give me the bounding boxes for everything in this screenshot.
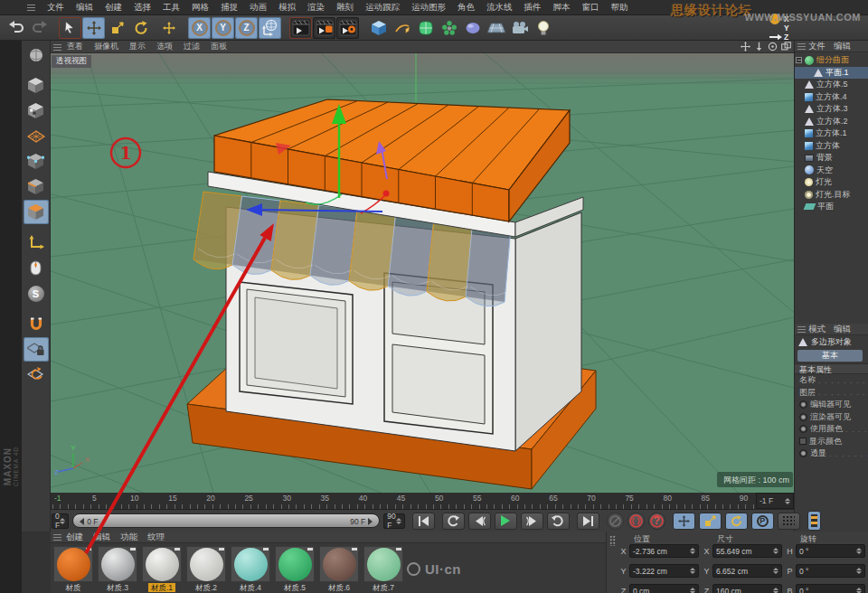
object-平面[interactable]: 平面 (795, 201, 868, 213)
material-材质.4[interactable]: 材质.4 (231, 546, 270, 592)
material-材质.5[interactable]: 材质.5 (275, 546, 315, 592)
menu-雕刻[interactable]: 雕刻 (336, 2, 354, 14)
keyframe-selection-icon[interactable] (807, 511, 821, 531)
lock-z-axis-icon[interactable]: Z (235, 17, 258, 39)
material-menu-功能[interactable]: 功能 (120, 532, 137, 543)
lock-y-axis-icon[interactable]: Y (212, 17, 234, 39)
radio-icon[interactable] (799, 400, 807, 409)
material-材质.2[interactable]: 材质.2 (186, 546, 226, 592)
coord-stepper[interactable] (773, 548, 778, 554)
spline-pen-icon[interactable] (391, 17, 413, 39)
menu-捕捉[interactable]: 捕捉 (221, 2, 238, 14)
light-icon[interactable] (532, 17, 554, 39)
menu-运动跟踪[interactable]: 运动跟踪 (365, 2, 400, 14)
object-立方体.1[interactable]: 立方体.1 (795, 127, 868, 140)
menu-运动图形[interactable]: 运动图形 (411, 2, 446, 14)
object-立方体[interactable]: 立方体 (795, 140, 868, 153)
redo-icon[interactable] (28, 17, 51, 39)
mograph-cloner-icon[interactable] (438, 17, 460, 39)
object-立方体.3[interactable]: 立方体.3 (795, 103, 868, 116)
attr-row-编辑器可见[interactable]: 编辑器可见 (795, 399, 868, 411)
menu-窗口[interactable]: 窗口 (582, 2, 599, 14)
undo-icon[interactable] (5, 17, 27, 39)
menu-帮助[interactable]: 帮助 (611, 2, 628, 14)
coord-stepper[interactable] (773, 568, 778, 574)
view-zoom-icon[interactable] (754, 42, 764, 52)
viewport-menu-显示[interactable]: 显示 (129, 41, 146, 52)
material-材质.7[interactable]: 材质.7 (363, 546, 403, 592)
viewport-menu-摄像机[interactable]: 摄像机 (94, 41, 118, 52)
expand-icon[interactable] (796, 57, 802, 63)
viewport-canvas[interactable]: 1 Y Z X 网格间距 : 100 cm (51, 53, 794, 493)
goto-end-icon[interactable] (577, 513, 599, 530)
play-forward-icon[interactable] (495, 513, 517, 530)
coord-stepper[interactable] (856, 568, 862, 574)
object-立方体.4[interactable]: 立方体.4 (795, 91, 868, 104)
primitive-cube-icon[interactable] (367, 17, 390, 39)
object-立方体.5[interactable]: 立方体.5 (795, 79, 868, 91)
goto-start-icon[interactable] (412, 513, 435, 530)
attr-row-图层[interactable]: 图层. . . . . . . . (795, 387, 868, 400)
coord-stepper[interactable] (856, 548, 862, 554)
live-selection-icon[interactable] (59, 17, 81, 39)
make-editable-icon[interactable] (24, 42, 49, 67)
menu-模拟[interactable]: 模拟 (278, 2, 296, 14)
menu-渲染[interactable]: 渲染 (307, 2, 325, 14)
coord-input[interactable]: 0 ° (796, 544, 865, 558)
attr-menu-模式[interactable]: 模式 (808, 324, 826, 335)
magnet-icon[interactable] (24, 312, 49, 336)
coord-input[interactable]: 55.649 cm (712, 544, 782, 558)
radio-icon[interactable] (799, 449, 807, 457)
coord-stepper[interactable] (690, 548, 695, 554)
viewport-menu-面板[interactable]: 面板 (211, 41, 227, 52)
workplane-mode-icon[interactable] (24, 124, 49, 148)
menu-网格[interactable]: 网格 (192, 2, 209, 14)
polygons-mode-icon[interactable] (24, 200, 49, 224)
current-frame-stepper[interactable] (60, 518, 65, 524)
environment-floor-icon[interactable] (485, 17, 507, 39)
record-disabled-icon[interactable] (607, 513, 624, 530)
menu-文件[interactable]: 文件 (47, 2, 64, 14)
autokey-help-icon[interactable]: ? (648, 513, 665, 530)
om-menu-文件[interactable]: 文件 (808, 41, 826, 52)
menu-流水线[interactable]: 流水线 (486, 2, 513, 14)
coord-input[interactable]: 0 cm (629, 584, 699, 593)
menu-选择[interactable]: 选择 (134, 2, 151, 14)
attr-row-使用颜色[interactable]: 使用颜色. . . . . . . . (795, 423, 868, 436)
coord-stepper[interactable] (690, 568, 695, 574)
texture-mode-icon[interactable] (24, 99, 49, 123)
object-天空[interactable]: 天空 (795, 165, 868, 177)
material-材质.3[interactable]: 材质.3 (98, 546, 137, 592)
timeline-end-field[interactable]: -1 F (756, 493, 794, 509)
material-材质.1[interactable]: 材质.1 (142, 546, 182, 592)
viewport-solo-icon[interactable] (24, 256, 49, 280)
menu-工具[interactable]: 工具 (163, 2, 180, 14)
viewport[interactable]: 查看摄像机显示选项过滤面板 透视视图 (51, 41, 794, 493)
coord-input[interactable]: 160 cm (712, 584, 782, 593)
timeline-scrubber[interactable]: 0 F 90 F (72, 513, 380, 528)
timeline-end-stepper[interactable] (785, 498, 790, 504)
gizmo-red-handle[interactable] (383, 191, 390, 197)
object-平面.1[interactable]: 平面.1 (795, 67, 868, 80)
coord-input[interactable]: 6.652 cm (712, 564, 782, 578)
range-max-stepper[interactable] (396, 518, 401, 524)
render-settings-icon[interactable] (336, 17, 359, 39)
checkbox-icon[interactable] (799, 438, 807, 445)
record-keyframe-icon[interactable] (627, 513, 645, 530)
lock-workplane-icon[interactable] (24, 337, 49, 362)
view-toggle-icon[interactable] (781, 42, 791, 52)
render-to-picture-icon[interactable] (313, 17, 335, 39)
previous-key-icon[interactable] (468, 513, 491, 530)
coord-stepper[interactable] (690, 588, 695, 593)
material-menu-创建[interactable]: 创建 (66, 532, 83, 543)
view-rotate-icon[interactable] (768, 42, 778, 52)
viewport-menu-过滤[interactable]: 过滤 (184, 41, 200, 52)
attr-row-显示颜色[interactable]: 显示颜色 (795, 436, 868, 448)
menu-脚本[interactable]: 脚本 (553, 2, 571, 14)
coord-stepper[interactable] (856, 588, 862, 593)
object-灯光[interactable]: 灯光 (795, 176, 868, 189)
coord-input[interactable]: 0 ° (796, 584, 865, 593)
menu-动画[interactable]: 动画 (250, 2, 267, 14)
subdivision-surface-icon[interactable] (414, 17, 437, 39)
coord-input[interactable]: -3.222 cm (629, 564, 699, 578)
